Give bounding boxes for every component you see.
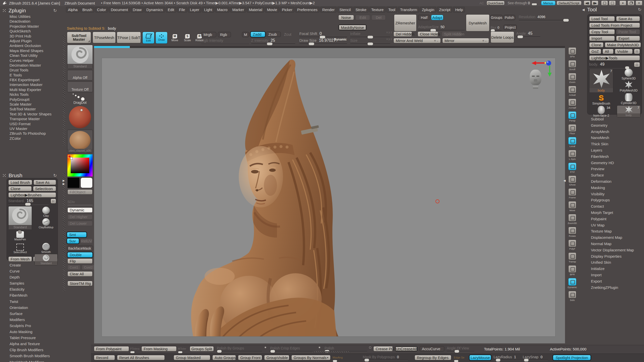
- zplugin-menu-item[interactable]: Transpose Master: [0, 116, 63, 121]
- restore-icon[interactable]: [627, 1, 634, 6]
- camview-head-widget[interactable]: [529, 70, 542, 91]
- tool-thumb-body-selected[interactable]: 7 body: [617, 105, 640, 117]
- rgb-intensity-slider[interactable]: Rgb Intensity: [201, 38, 249, 44]
- main-color-swatch[interactable]: [67, 177, 79, 188]
- brush-section-item[interactable]: Clip Brush Modifiers: [0, 347, 63, 353]
- zplugin-menu-item[interactable]: Nicks Tools: [0, 92, 63, 97]
- menu-item[interactable]: Zplugin: [420, 7, 436, 13]
- angle-slider[interactable]: Angle 45: [516, 31, 540, 37]
- color-picker[interactable]: [67, 154, 93, 176]
- canvas-area[interactable]: [94, 46, 565, 343]
- tool-r-button[interactable]: R: [634, 49, 640, 54]
- tool-section-item[interactable]: Initialize: [585, 266, 644, 272]
- polish-groups-dot[interactable]: [265, 347, 266, 348]
- zadd-button[interactable]: Zadd: [251, 32, 265, 37]
- dynamic-draw-size-toggle[interactable]: Dynamic: [334, 38, 347, 41]
- group-front-button[interactable]: Group Front: [238, 355, 262, 360]
- zplugin-menu-item[interactable]: Curves Helper: [0, 58, 63, 63]
- brush-count-slider[interactable]: Standard. 165 R: [8, 199, 56, 205]
- polish-circle[interactable]: [369, 346, 371, 349]
- resolution-slider[interactable]: Resolution 4096: [519, 15, 569, 21]
- menu-item[interactable]: Draw: [131, 7, 144, 13]
- drag-handle-icon[interactable]: [3, 9, 6, 12]
- rgb-button[interactable]: Rgb: [218, 32, 231, 37]
- angle-of-view-slider[interactable]: Angle Of View: [447, 346, 474, 352]
- drag-handle-icon[interactable]: [3, 174, 6, 177]
- tool-thumb-simplebrush[interactable]: S SimpleBrush: [589, 94, 613, 105]
- m-button[interactable]: M: [242, 32, 249, 37]
- tool-count-slider[interactable]: body. 49 R: [589, 62, 640, 68]
- import-tool-button[interactable]: Import: [589, 36, 615, 41]
- lightbox-tools-button[interactable]: Lightbox▶Tools: [589, 55, 640, 61]
- size-xyz-marks[interactable]: x y z: [386, 37, 392, 40]
- polish-crisp-edges-slider[interactable]: Polish Crisp Edges: [270, 346, 315, 352]
- tool-section-item[interactable]: Preview: [585, 166, 644, 172]
- tool-section-item[interactable]: Texture Map: [585, 228, 644, 235]
- select-icon-button[interactable]: SelectIcon: [33, 186, 56, 191]
- see-through-slider[interactable]: [532, 3, 537, 6]
- zplugin-menu-item[interactable]: PolyGroupIt: [0, 97, 63, 102]
- dynamic-subdiv-button[interactable]: Dynamic: [67, 207, 93, 213]
- menu-item[interactable]: Document: [109, 7, 130, 13]
- menu-item[interactable]: Tool: [386, 7, 397, 13]
- del-hidden-button[interactable]: Del Hidden: [393, 31, 412, 37]
- shelf-icon-button[interactable]: Scroll: [567, 60, 577, 71]
- zplugin-menu-item[interactable]: Projection Master: [0, 24, 63, 29]
- shelf-icon-button[interactable]: Zoom3D: [567, 214, 577, 224]
- tool-section-item[interactable]: Vector Displacement Map: [585, 247, 644, 253]
- shelf-icon-button[interactable]: Dynamic: [567, 278, 577, 289]
- refresh-icon[interactable]: ↻: [53, 8, 57, 13]
- inflate-xyz-marks[interactable]: x y z: [386, 31, 392, 34]
- tool-section-item[interactable]: UV Map: [585, 222, 644, 229]
- brush-section-item[interactable]: Elasticity: [0, 286, 63, 292]
- current-brush-thumbnail[interactable]: Standard: [67, 45, 93, 69]
- zplugin-panel-header[interactable]: Zplugin ↻: [3, 8, 60, 14]
- stroke-selector[interactable]: DragDot: [67, 93, 93, 105]
- reluv-button[interactable]: RelUV: [80, 238, 93, 244]
- menu-item[interactable]: Dynamics: [144, 7, 165, 13]
- export-tool-button[interactable]: Export: [616, 36, 640, 41]
- zplugin-menu-item[interactable]: Clean Tool Utility: [0, 53, 63, 58]
- groups-button[interactable]: Groups: [491, 15, 503, 20]
- store-tm-rig-button[interactable]: StoreTM Rig: [67, 281, 93, 286]
- menu-item[interactable]: Light: [202, 7, 214, 13]
- crease-pg-button[interactable]: Crease PG: [373, 346, 393, 351]
- sdiv-slider[interactable]: SDiv: [67, 200, 93, 205]
- clone-brush-button[interactable]: Clone: [8, 186, 32, 191]
- menu-item[interactable]: Stroke: [353, 7, 368, 13]
- menu-item[interactable]: Marker: [230, 7, 246, 13]
- brush-section-item[interactable]: Smooth Brush Modifiers: [0, 353, 63, 359]
- del-higher-button[interactable]: Del Higher: [67, 214, 93, 219]
- menu-item[interactable]: Texture: [369, 7, 386, 13]
- brush-section-item[interactable]: Depth: [0, 274, 63, 280]
- inflate-slider[interactable]: Inflate: [350, 31, 390, 37]
- tool-section-item[interactable]: NanoMesh: [585, 135, 644, 141]
- shelf-icon-button[interactable]: BPR: [567, 265, 577, 276]
- brush-section-item[interactable]: MaskMesh Modifiers: [0, 359, 63, 362]
- quicksave-button[interactable]: QuickSave: [487, 1, 505, 5]
- zplugin-menu-item[interactable]: Misc Utilities: [0, 14, 63, 19]
- backface-mask-button[interactable]: BackfaceMask: [67, 246, 93, 251]
- double-button[interactable]: Double: [67, 252, 93, 257]
- save-tool-button[interactable]: Save As: [616, 16, 640, 21]
- shelf-icon-button[interactable]: L.Sym: [567, 150, 577, 160]
- suv-button[interactable]: Suv: [67, 238, 79, 244]
- zplugin-menu-item[interactable]: Ambient Occlusion: [0, 43, 63, 48]
- menu-item[interactable]: Help: [453, 7, 465, 13]
- brush-section-item[interactable]: Surface: [0, 311, 63, 317]
- split-hidden-button[interactable]: Split Hidden: [442, 31, 462, 37]
- spotlight-projection-button[interactable]: Spotlight Projection: [553, 355, 591, 360]
- tool-section-item[interactable]: Unified Skin: [585, 259, 644, 266]
- z-intensity-slider[interactable]: Z Intensity 25: [251, 38, 295, 44]
- mtoler-slider[interactable]: MToler: [178, 346, 188, 353]
- mirror-button[interactable]: Mirror ✲ ⌄: [442, 38, 489, 43]
- tool-section-item[interactable]: FiberMesh: [585, 154, 644, 160]
- tool-section-item[interactable]: Subtool: [585, 116, 644, 122]
- zremesher-button[interactable]: ZRemesher: [394, 14, 417, 31]
- zplugin-menu-item[interactable]: E Tools: [0, 73, 63, 77]
- zplugin-menu-item[interactable]: Maya Blend Shapes: [0, 48, 63, 53]
- groups-split-button[interactable]: Groups Split: [190, 346, 214, 351]
- zplugin-menu-item[interactable]: SubTool Master: [0, 107, 63, 111]
- zplugin-menu-item[interactable]: USD Format: [0, 121, 63, 126]
- make-polymesh3d-button[interactable]: Make PolyMesh3D: [605, 42, 641, 48]
